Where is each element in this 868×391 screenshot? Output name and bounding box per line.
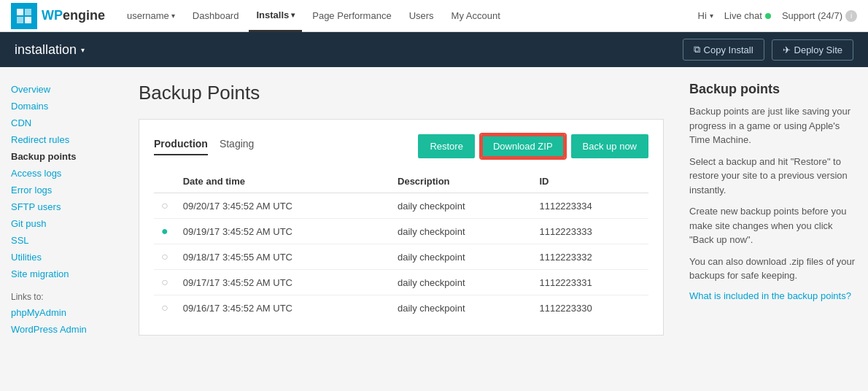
right-panel-p1: Backup points are just like saving your … [689,104,857,147]
col-id: ID [532,170,648,193]
date-cell: 09/19/17 3:45:52 AM UTC [176,219,390,244]
radio-cell[interactable]: ○ [154,244,176,270]
main-content: Backup Points Production Staging Restore [131,67,678,391]
install-bar: installation ▾ ⧉ Copy Install ✈ Deploy S… [0,32,868,67]
sidebar-item-phpmyadmin[interactable]: phpMyAdmin [11,305,120,320]
download-zip-button[interactable]: Download ZIP [481,134,565,158]
svg-rect-1 [25,9,31,15]
table-row[interactable]: ○ 09/17/17 3:45:52 AM UTC daily checkpoi… [154,270,648,295]
nav-page-performance[interactable]: Page Performance [305,0,398,32]
radio-cell[interactable]: ○ [154,295,176,321]
sidebar-item-sftp-users[interactable]: SFTP users [11,199,120,214]
svg-rect-0 [17,9,23,15]
svg-rect-2 [17,17,23,23]
nav-dashboard[interactable]: Dashboard [185,0,247,32]
logo-brand: WPengine [42,8,105,23]
nav-installs[interactable]: Installs ▾ [249,0,302,32]
live-chat[interactable]: Live chat [724,10,771,21]
wp-logo-icon [15,7,33,25]
sidebar-item-ssl[interactable]: SSL [11,233,120,248]
id-cell: 1112223332 [532,244,648,270]
logo-area: WPengine [11,3,105,29]
backup-card: Production Staging Restore Download ZIP … [139,119,664,336]
sidebar-item-access-logs[interactable]: Access logs [11,166,120,181]
back-up-now-button[interactable]: Back up now [571,134,648,158]
sidebar-item-redirect-rules[interactable]: Redirect rules [11,132,120,147]
nav-right: Hi ▾ Live chat Support (24/7) i [698,10,857,22]
sidebar: Overview Domains CDN Redirect rules Back… [0,67,131,391]
links-to-label: Links to: [11,292,120,302]
nav-my-account[interactable]: My Account [444,0,508,32]
right-panel: Backup points Backup points are just lik… [678,67,868,391]
sidebar-item-git-push[interactable]: Git push [11,216,120,231]
deploy-site-button[interactable]: ✈ Deploy Site [772,39,853,61]
sidebar-item-domains[interactable]: Domains [11,98,120,114]
date-cell: 09/17/17 3:45:52 AM UTC [176,270,390,295]
hi-label[interactable]: Hi ▾ [698,10,713,21]
install-bar-actions: ⧉ Copy Install ✈ Deploy Site [683,39,853,61]
sidebar-item-overview[interactable]: Overview [11,82,120,97]
radio-cell[interactable]: ● [154,219,176,244]
nav-items: username ▾ Dashboard Installs ▾ Page Per… [120,0,698,32]
radio-cell[interactable]: ○ [154,193,176,219]
sidebar-item-site-migration[interactable]: Site migration [11,266,120,282]
right-panel-p3: Create new backup points before you make… [689,204,857,247]
sidebar-item-backup-points[interactable]: Backup points [11,149,120,164]
installation-chevron-icon: ▾ [81,46,85,54]
copy-install-button[interactable]: ⧉ Copy Install [683,39,764,61]
copy-icon: ⧉ [694,44,700,55]
backup-points-link[interactable]: What is included in the backup points? [689,290,851,301]
tab-staging[interactable]: Staging [220,138,254,155]
nav-users[interactable]: Users [402,0,441,32]
support-info-icon: i [845,10,857,22]
right-panel-p2: Select a backup and hit "Restore" to res… [689,155,857,198]
id-cell: 1112223330 [532,295,648,321]
description-cell: daily checkpoint [390,193,532,219]
svg-rect-3 [25,17,31,23]
radio-cell[interactable]: ○ [154,270,176,295]
id-cell: 1112223334 [532,193,648,219]
id-cell: 1112223331 [532,270,648,295]
table-row[interactable]: ○ 09/20/17 3:45:52 AM UTC daily checkpoi… [154,193,648,219]
table-row[interactable]: ○ 09/18/17 3:45:55 AM UTC daily checkpoi… [154,244,648,270]
backup-table: Date and time Description ID ○ 09/20/17 … [154,170,648,320]
right-panel-p4: You can also download .zip files of your… [689,255,857,283]
installation-title[interactable]: installation ▾ [15,42,85,58]
nav-username[interactable]: username ▾ [120,0,182,32]
description-cell: daily checkpoint [390,270,532,295]
logo-box [11,3,37,29]
description-cell: daily checkpoint [390,244,532,270]
col-description: Description [390,170,532,193]
col-radio [154,170,176,193]
date-cell: 09/16/17 3:45:52 AM UTC [176,295,390,321]
col-date: Date and time [176,170,390,193]
sidebar-item-utilities[interactable]: Utilities [11,249,120,265]
page-title: Backup Points [139,82,664,104]
tabs-row: Production Staging Restore Download ZIP … [154,134,648,158]
tab-production[interactable]: Production [154,138,208,155]
top-nav: WPengine username ▾ Dashboard Installs ▾… [0,0,868,32]
date-cell: 09/20/17 3:45:52 AM UTC [176,193,390,219]
table-row[interactable]: ○ 09/16/17 3:45:52 AM UTC daily checkpoi… [154,295,648,321]
date-cell: 09/18/17 3:45:55 AM UTC [176,244,390,270]
tab-actions: Restore Download ZIP Back up now [418,134,648,158]
description-cell: daily checkpoint [390,295,532,321]
live-dot-icon [765,13,771,19]
id-cell: 1112223333 [532,219,648,244]
main-layout: Overview Domains CDN Redirect rules Back… [0,67,868,391]
deploy-icon: ✈ [783,44,791,55]
username-chevron-icon: ▾ [171,12,175,20]
restore-button[interactable]: Restore [418,134,475,158]
sidebar-item-wordpress-admin[interactable]: WordPress Admin [11,322,120,337]
table-row[interactable]: ● 09/19/17 3:45:52 AM UTC daily checkpoi… [154,219,648,244]
tabs: Production Staging [154,138,254,155]
hi-chevron-icon: ▾ [710,12,713,20]
support[interactable]: Support (24/7) i [782,10,857,22]
installs-chevron-icon: ▾ [291,11,295,19]
sidebar-item-error-logs[interactable]: Error logs [11,182,120,198]
sidebar-item-cdn[interactable]: CDN [11,115,120,131]
right-panel-title: Backup points [689,82,857,97]
description-cell: daily checkpoint [390,219,532,244]
